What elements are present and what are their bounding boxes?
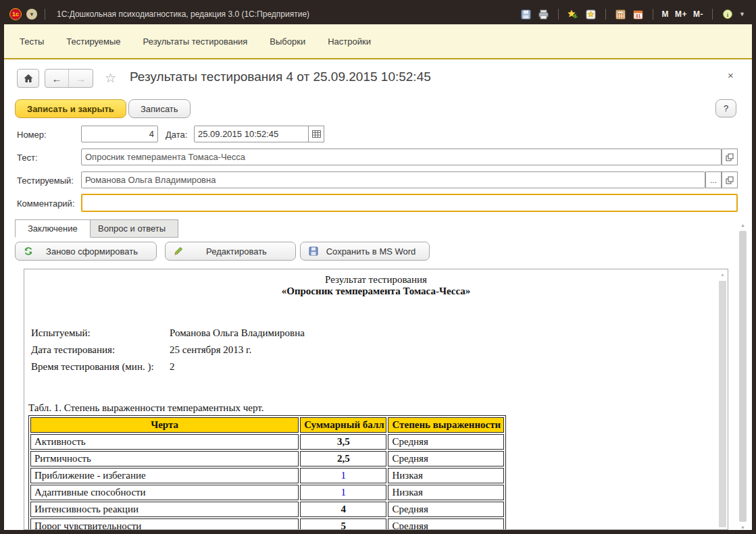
cell-score: 1 [300, 485, 386, 500]
close-icon: × [728, 70, 734, 81]
comment-input[interactable] [81, 194, 738, 212]
pencil-icon [174, 246, 183, 256]
form-body: ← → ☆ Результаты тестирования 4 от 25.09… [4, 59, 752, 530]
report-title: Результат тестирования [24, 274, 728, 286]
close-form-button[interactable]: × [728, 70, 734, 81]
save-button[interactable]: Записать [128, 99, 191, 118]
report-testee-value: Романова Ольга Владимировна [170, 325, 305, 342]
number-input[interactable] [81, 126, 158, 142]
open-icon [726, 176, 734, 184]
menu-item-testees[interactable]: Тестируемые [66, 36, 120, 47]
titlebar-separator [558, 9, 559, 20]
tab-conclusion[interactable]: Заключение [15, 219, 91, 238]
test-input[interactable] [81, 149, 722, 165]
ellipsis-icon: ... [710, 176, 717, 185]
header-score: Суммарный балл [300, 417, 386, 433]
report-testee-label: Испытуемый: [31, 325, 170, 342]
info-icon[interactable]: i [722, 9, 733, 20]
table-header-row: Черта Суммарный балл Степень выраженност… [30, 417, 504, 433]
report-table-caption: Табл. 1. Степень выраженности темперамен… [28, 402, 728, 414]
1c-logo-icon[interactable]: 1с [9, 8, 22, 20]
scroll-up-icon[interactable]: ▲ [740, 223, 745, 228]
back-button[interactable]: ← [45, 70, 69, 87]
title-bar: 1с ▼ 1С:Дошкольная психодиагностика, ред… [4, 4, 752, 24]
scroll-up-icon[interactable]: ▲ [720, 272, 725, 277]
cell-degree: Низкая [388, 485, 504, 500]
header-degree: Степень выраженности [388, 417, 504, 433]
test-label: Тест: [17, 153, 38, 163]
history-nav-group: ← → [45, 69, 93, 88]
svg-text:31: 31 [635, 14, 640, 18]
testee-input[interactable] [81, 171, 705, 188]
cell-score: 2,5 [300, 451, 386, 466]
regenerate-label: Заново сформировать [33, 246, 156, 257]
regenerate-button[interactable]: Заново сформировать [15, 242, 157, 261]
cell-score: 4 [300, 502, 386, 517]
report-test-name: «Опросник темперамента Томаса-Чесса» [24, 286, 728, 297]
favorite-star-button[interactable]: ☆ [105, 70, 116, 86]
testee-choose-button[interactable]: ... [705, 171, 722, 188]
date-label: Дата: [166, 130, 187, 140]
cell-trait: Активность [30, 434, 299, 450]
back-icon: ← [52, 73, 62, 84]
cell-trait: Ритмичность [30, 451, 299, 466]
memory-m-plus-button[interactable]: M+ [675, 9, 687, 19]
memory-m-minus-button[interactable]: M- [693, 9, 703, 19]
home-button[interactable] [17, 69, 39, 88]
app-window: 1с ▼ 1С:Дошкольная психодиагностика, ред… [0, 0, 756, 534]
report-duration-label: Время тестирования (мин. ): [31, 358, 170, 375]
menu-item-settings[interactable]: Настройки [328, 36, 371, 47]
titlebar-separator [605, 9, 606, 20]
titlebar-separator [653, 9, 653, 20]
forward-icon: → [76, 73, 86, 84]
print-icon[interactable] [538, 9, 549, 20]
cell-degree: Средняя [388, 518, 504, 530]
test-open-button[interactable] [722, 149, 738, 165]
menu-item-test-results[interactable]: Результаты тестирования [143, 36, 248, 47]
cell-trait: Интенсивность реакции [30, 502, 299, 517]
table-row: Приближение - избегание 1 Низкая [30, 468, 504, 483]
cell-degree: Средняя [388, 451, 504, 466]
document-scrollbar-thumb[interactable] [719, 281, 726, 527]
cell-degree: Средняя [388, 502, 504, 517]
table-row: Активность 3,5 Средняя [30, 434, 504, 450]
main-menu-bar: Тесты Тестируемые Результаты тестировани… [4, 24, 752, 59]
save-word-label: Сохранить в MS Word [318, 246, 429, 257]
form-scrollbar-thumb[interactable] [739, 231, 747, 522]
save-icon[interactable] [520, 9, 532, 20]
table-row: Интенсивность реакции 4 Средняя [30, 502, 504, 517]
tab-questions-answers[interactable]: Вопрос и ответы [85, 219, 178, 238]
forward-button[interactable]: → [69, 70, 93, 87]
menu-item-selections[interactable]: Выборки [270, 36, 305, 47]
testee-label: Тестируемый: [17, 176, 74, 186]
system-menu-dropdown-icon[interactable]: ▼ [26, 9, 37, 20]
calendar-icon[interactable]: 31 [632, 9, 644, 20]
edit-button[interactable]: Редактировать [165, 242, 296, 261]
cell-score: 1 [300, 468, 386, 483]
toolbar-overflow-icon[interactable]: ▼ [739, 11, 745, 18]
date-picker-button[interactable] [308, 126, 324, 142]
scroll-down-icon[interactable]: ▼ [740, 525, 745, 530]
header-trait: Черта [30, 417, 299, 433]
help-button[interactable]: ? [715, 99, 736, 117]
calculator-icon[interactable] [615, 9, 626, 20]
cell-trait: Порог чувствительности [30, 518, 299, 530]
table-row: Адаптивные способности 1 Низкая [30, 485, 504, 500]
memory-m-button[interactable]: M [662, 9, 670, 19]
table-row: Порог чувствительности 5 Средняя [30, 518, 504, 530]
form-scrollbar[interactable]: ▲ ▼ [739, 223, 747, 530]
table-row: Ритмичность 2,5 Средняя [30, 451, 504, 466]
save-word-button[interactable]: Сохранить в MS Word [300, 242, 430, 261]
cell-degree: Средняя [388, 434, 504, 450]
date-input[interactable] [194, 126, 309, 142]
favorites-icon[interactable] [585, 9, 597, 20]
add-favorite-icon[interactable] [568, 9, 579, 20]
comment-label: Комментарий: [17, 198, 75, 209]
results-table: Черта Суммарный балл Степень выраженност… [28, 415, 506, 530]
menu-item-tests[interactable]: Тесты [20, 36, 44, 47]
save-and-close-button[interactable]: Записать и закрыть [15, 99, 126, 118]
document-scrollbar[interactable]: ▲ [718, 270, 727, 529]
testee-open-button[interactable] [722, 171, 738, 188]
cell-score: 3,5 [300, 434, 386, 450]
report-date-label: Дата тестирования: [31, 342, 170, 358]
